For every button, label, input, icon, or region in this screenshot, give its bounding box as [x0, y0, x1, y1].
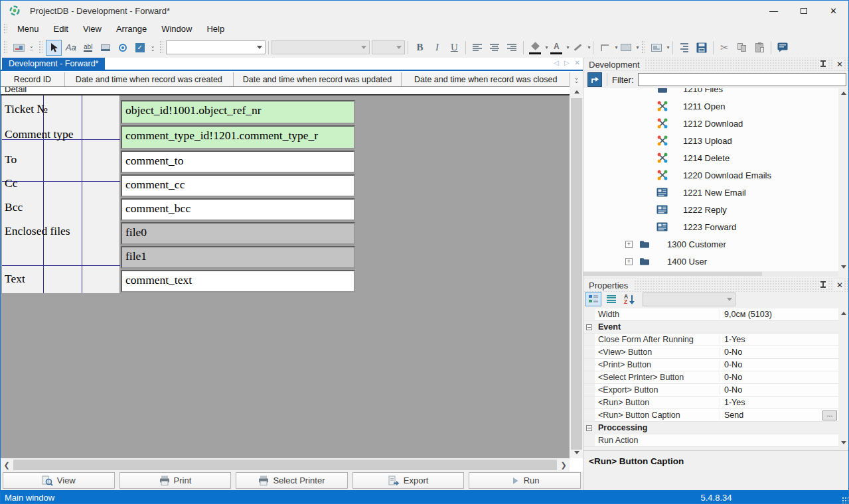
align-left-button[interactable] [469, 40, 485, 56]
scroll-down-icon[interactable] [838, 262, 849, 271]
tree-item-1220-download-emails[interactable]: 1220 Download Emails [656, 168, 771, 182]
scrollbar-thumb[interactable] [13, 460, 557, 470]
tab-close-icon[interactable]: ✕ [575, 59, 580, 66]
property-row-print-button[interactable]: <Print> Button0-No [583, 359, 838, 371]
menu-item-arrange[interactable]: Arrange [109, 22, 154, 36]
tree-item-1213-upload[interactable]: 1213 Upload [656, 133, 732, 148]
radio-tool-button[interactable] [115, 40, 131, 56]
align-right-button[interactable] [504, 40, 520, 56]
tab-prev-icon[interactable]: ◁ [554, 59, 559, 66]
property-row-run-action[interactable]: Run Action [583, 434, 838, 447]
comment-button[interactable] [775, 40, 791, 56]
textbox-tool-button[interactable]: abl [80, 40, 96, 56]
italic-button[interactable]: I [429, 40, 445, 56]
property-value[interactable]: 0-No [720, 347, 838, 357]
property-row-run-button-caption[interactable]: <Run> Button CaptionSend... [583, 409, 838, 422]
property-row-run-button[interactable]: <Run> Button1-Yes [583, 397, 838, 409]
sort-az-button[interactable]: AZ [621, 292, 637, 306]
column-header[interactable]: Date and time when record was created [65, 72, 234, 86]
scroll-up-icon[interactable] [570, 86, 583, 97]
property-object-combobox[interactable] [643, 292, 735, 306]
property-category-proccessing[interactable]: Proccessing [583, 422, 838, 434]
label-tool-button[interactable]: Aa [63, 40, 79, 56]
column-header[interactable]: Date and time when record was closed [402, 72, 570, 86]
chevron-down-icon[interactable]: ▾ [587, 44, 590, 50]
filter-go-button[interactable] [587, 72, 602, 87]
tree-horizontal-scrollbar[interactable] [583, 271, 838, 277]
outline-list-button[interactable] [676, 40, 692, 56]
tree-item-1400-user[interactable]: +1400 User [625, 254, 707, 269]
view-button[interactable]: View [3, 472, 115, 489]
form-image-button[interactable] [11, 40, 27, 56]
button-tool-button[interactable] [98, 40, 114, 56]
export-button[interactable]: Export [352, 472, 465, 489]
property-value[interactable]: 0-No [720, 360, 838, 369]
rectangle-button[interactable] [618, 40, 634, 56]
panel-close-icon[interactable]: ✕ [834, 60, 843, 69]
font-size-combobox[interactable] [372, 40, 405, 54]
column-header[interactable]: Date and time when record was updated [234, 72, 402, 86]
form-field[interactable]: file1 [121, 246, 355, 269]
border-button[interactable] [597, 40, 613, 56]
panel-close-icon[interactable]: ✕ [834, 281, 843, 290]
tree-item-1222-reply[interactable]: 1222 Reply [656, 202, 727, 217]
tools-overflow-icon[interactable]: ⌄⌄ [151, 44, 155, 51]
property-row-export-button[interactable]: <Export> Button0-No [583, 384, 838, 397]
menu-item-window[interactable]: Window [154, 22, 199, 36]
tree-item-1214-delete[interactable]: 1214 Delete [656, 151, 730, 165]
toolbar-overflow-icon[interactable]: ⌄– [29, 44, 34, 51]
form-field[interactable]: comment_text [121, 270, 355, 292]
menu-item-help[interactable]: Help [199, 22, 232, 36]
alphabetical-view-button[interactable] [603, 292, 619, 306]
bold-button[interactable]: B [412, 40, 427, 56]
font-color-button[interactable]: A [548, 40, 564, 56]
paste-button[interactable] [751, 40, 767, 56]
designer-horizontal-scrollbar[interactable]: ❮ ❯ [1, 458, 570, 472]
tree-item-1221-new-email[interactable]: 1221 New Email [656, 185, 746, 200]
designer-vertical-scrollbar[interactable] [570, 86, 583, 458]
chevron-down-icon[interactable]: ▾ [666, 44, 669, 50]
save-button[interactable] [694, 40, 710, 56]
resize-grip[interactable] [842, 497, 848, 503]
maximize-button[interactable] [789, 1, 818, 21]
font-combobox[interactable] [271, 40, 370, 54]
property-value[interactable]: 1-Yes [720, 335, 838, 344]
property-row-close-form-after-running[interactable]: Close Form After Running1-Yes [583, 334, 838, 346]
scroll-down-icon[interactable] [570, 447, 583, 458]
chevron-down-icon[interactable]: ▾ [636, 44, 639, 50]
form-designer[interactable]: Ticket №Comment typeToCcBccEnclosed file… [1, 94, 570, 458]
cut-button[interactable]: ✂ [717, 40, 733, 56]
tree-item-1300-customer[interactable]: +1300 Customer [625, 237, 726, 251]
property-row-width[interactable]: Width9,0см (5103) [583, 308, 838, 321]
ellipsis-button[interactable]: ... [822, 410, 837, 420]
property-value[interactable]: 9,0см (5103) [720, 310, 838, 319]
property-category-event[interactable]: Event [583, 321, 838, 334]
filter-input[interactable] [638, 73, 847, 86]
fill-color-button[interactable] [527, 40, 543, 56]
run-button[interactable]: Run [469, 472, 581, 489]
properties-vertical-scrollbar[interactable] [838, 308, 849, 447]
menu-item-view[interactable]: View [76, 22, 109, 36]
align-center-button[interactable] [487, 40, 502, 56]
property-value[interactable]: 0-No [720, 373, 838, 382]
tab-next-icon[interactable]: ▷ [564, 59, 570, 66]
expand-icon[interactable]: + [625, 258, 633, 265]
categorized-view-button[interactable] [585, 292, 601, 306]
expand-icon[interactable]: + [625, 241, 633, 248]
property-value[interactable]: 0-No [720, 385, 838, 395]
property-value[interactable]: Send [720, 410, 822, 420]
form-field[interactable]: comment_type_id!1201.comment_type_r [121, 125, 355, 149]
scroll-right-icon[interactable]: ❯ [558, 461, 570, 470]
pin-icon[interactable] [819, 281, 827, 289]
menu-item-menu[interactable]: Menu [10, 22, 46, 36]
scroll-up-icon[interactable] [838, 88, 849, 97]
form-field[interactable]: comment_to [121, 151, 355, 173]
tree-item-1210-files[interactable]: 1210 Files [656, 88, 723, 96]
tree-item-1211-open[interactable]: 1211 Open [656, 99, 725, 113]
form-field[interactable]: object_id!1001.object_ref_nr [121, 100, 355, 124]
print-button[interactable]: Print [119, 472, 232, 489]
scrollbar-thumb[interactable] [583, 272, 762, 276]
collapse-icon[interactable] [586, 425, 592, 431]
tab-development-forward[interactable]: Development - Forward* [2, 58, 105, 70]
property-row-view-button[interactable]: <View> Button0-No [583, 346, 838, 359]
